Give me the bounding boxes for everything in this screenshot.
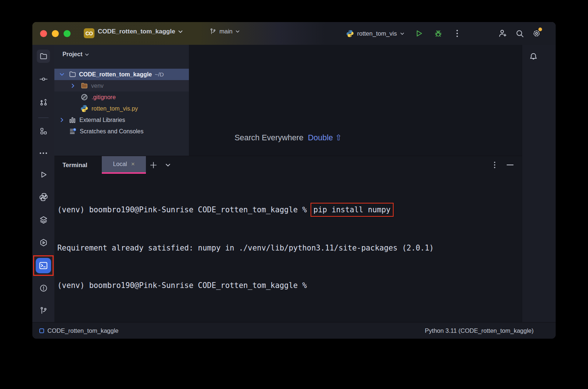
pycharm-window: CO CODE_rotten_tom_kaggle main rotten_to… (32, 22, 556, 339)
project-view-selector[interactable]: Project (62, 51, 89, 58)
git-branch-icon (209, 28, 216, 35)
hexagon-play-icon (39, 238, 48, 247)
tree-item-path-suffix: ~/D (155, 71, 164, 78)
add-user-icon (498, 29, 508, 38)
kebab-menu-icon (456, 30, 458, 37)
tree-item-label: .gitignore (92, 94, 116, 101)
project-selector[interactable]: CODE_rotten_tom_kaggle (98, 28, 183, 35)
run-play-icon (415, 29, 423, 38)
close-window-button[interactable] (40, 30, 47, 37)
branch-selector[interactable]: main (209, 28, 240, 35)
settings-button[interactable] (531, 28, 542, 39)
python-file-icon (80, 105, 88, 112)
python-logo-icon (346, 30, 354, 37)
tree-row-venv[interactable]: venv (54, 80, 189, 91)
status-bar: CODE_rotten_tom_kaggle Python 3.11 (CODE… (32, 322, 556, 339)
branch-name: main (219, 28, 233, 35)
chevron-expanded-icon (60, 73, 64, 76)
library-icon (69, 116, 76, 124)
terminal-tab-label: Local (113, 161, 127, 168)
run-button[interactable] (414, 28, 424, 39)
terminal-panel: Terminal Local × (venv) boombro190@Pink-… (54, 156, 522, 322)
more-tool-windows-button[interactable] (37, 147, 50, 160)
minimize-icon (506, 164, 514, 166)
run-anything-tool-button[interactable] (37, 236, 50, 249)
commit-tool-button[interactable] (37, 72, 50, 86)
editor-empty-hint: Search Everywhere Double ⇧ (54, 131, 522, 144)
search-icon (515, 29, 524, 38)
traffic-lights (40, 22, 71, 45)
terminal-header: Terminal Local × (54, 156, 522, 174)
tree-item-label: rotten_tom_vis.py (92, 105, 138, 112)
hide-terminal-button[interactable] (506, 161, 514, 169)
code-with-me-button[interactable] (498, 28, 508, 39)
project-view-label: Project (62, 51, 82, 58)
notifications-button[interactable] (528, 51, 538, 62)
debug-bug-icon (434, 29, 442, 38)
tree-item-label: External Libraries (79, 117, 125, 123)
terminal-tab-options-button[interactable] (164, 161, 172, 169)
modules-icon (39, 127, 47, 135)
terminal-line: (venv) boombro190@Pink-Sunrise CODE_rott… (57, 203, 522, 217)
chevron-down-icon (85, 53, 89, 56)
tree-row-python-file[interactable]: rotten_tom_vis.py (54, 103, 189, 114)
chevron-down-icon (236, 30, 240, 33)
terminal-line: Requirement already satisfied: numpy in … (57, 242, 522, 254)
git-branch-icon (39, 306, 48, 315)
python-interpreter-widget[interactable]: Python 3.11 (CODE_rotten_tom_kaggle) (425, 327, 534, 334)
tree-row-project-root[interactable]: CODE_rotten_tom_kaggle ~/D (54, 69, 189, 80)
zoom-window-button[interactable] (64, 30, 71, 37)
git-arrows-icon (39, 98, 48, 107)
terminal-icon (39, 261, 48, 270)
problems-icon (39, 284, 48, 292)
more-actions-button[interactable] (452, 28, 462, 39)
terminal-tab-local[interactable]: Local × (102, 156, 146, 174)
terminal-tool-button[interactable] (36, 258, 51, 273)
hint-shortcut: Double ⇧ (308, 133, 342, 143)
structure-tool-button[interactable] (37, 125, 50, 138)
titlebar-actions: rotten_tom_vis (346, 22, 542, 45)
pull-requests-tool-button[interactable] (37, 96, 50, 109)
run-outline-icon (39, 170, 48, 179)
search-everywhere-button[interactable] (514, 28, 525, 39)
interpreter-label: Python 3.11 (CODE_rotten_tom_kaggle) (425, 327, 534, 334)
folder-icon (39, 52, 48, 61)
status-project-name: CODE_rotten_tom_kaggle (47, 327, 119, 334)
python-packages-tool-button[interactable] (37, 190, 50, 203)
chevron-down-icon (165, 163, 171, 167)
chevron-down-icon (178, 30, 183, 33)
ignored-file-icon (80, 93, 88, 101)
annotation-box-command: pip install numpy (311, 203, 394, 217)
tree-row-external-libraries[interactable]: External Libraries (54, 114, 189, 126)
layers-icon (39, 216, 48, 224)
project-tool-button[interactable] (37, 50, 50, 63)
project-status-icon (39, 328, 44, 333)
minimize-window-button[interactable] (52, 30, 59, 37)
terminal-panel-title: Terminal (62, 156, 87, 174)
terminal-output[interactable]: (venv) boombro190@Pink-Sunrise CODE_rott… (57, 174, 522, 322)
tree-row-gitignore[interactable]: .gitignore (54, 91, 189, 103)
run-tool-button[interactable] (37, 168, 50, 181)
titlebar: CO CODE_rotten_tom_kaggle main rotten_to… (32, 22, 556, 45)
version-control-tool-button[interactable] (37, 304, 50, 317)
settings-notification-dot (538, 28, 542, 31)
new-terminal-tab-button[interactable] (149, 161, 157, 169)
problems-tool-button[interactable] (37, 281, 50, 295)
close-tab-icon[interactable]: × (131, 161, 135, 168)
status-project-widget[interactable]: CODE_rotten_tom_kaggle (39, 327, 119, 334)
hint-text: Search Everywhere (234, 133, 304, 143)
excluded-folder-icon (80, 82, 88, 90)
kebab-menu-icon (494, 162, 495, 168)
services-tool-button[interactable] (37, 213, 50, 226)
debug-button[interactable] (433, 28, 443, 39)
project-badge-icon: CO (84, 28, 94, 38)
strip-separator (38, 118, 49, 118)
terminal-line: (venv) boombro190@Pink-Sunrise CODE_rott… (57, 279, 522, 292)
bell-icon (529, 52, 538, 61)
run-configuration-selector[interactable]: rotten_tom_vis (346, 30, 404, 37)
terminal-options-button[interactable] (491, 161, 499, 169)
project-name: CODE_rotten_tom_kaggle (98, 28, 175, 35)
tree-item-label: CODE_rotten_tom_kaggle (79, 71, 152, 78)
chevron-collapsed-icon (71, 83, 75, 88)
run-configuration-name: rotten_tom_vis (357, 30, 397, 37)
